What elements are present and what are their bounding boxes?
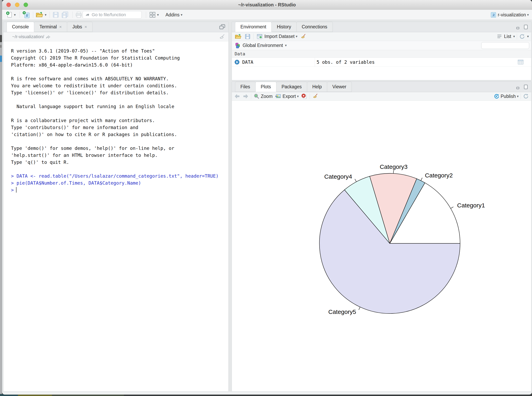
previous-plot-arrow-icon[interactable] xyxy=(234,93,240,99)
tab-connections[interactable]: Connections xyxy=(296,22,333,32)
tab-history[interactable]: History xyxy=(271,22,297,32)
console-output-line: R is a collaborative project with many c… xyxy=(11,117,228,124)
tab-environment[interactable]: Environment xyxy=(235,22,272,32)
tab-files[interactable]: Files xyxy=(235,82,256,92)
maximize-pane-icon[interactable] xyxy=(219,24,226,30)
project-label: r-visualization xyxy=(498,12,526,17)
clear-environment-broom-icon[interactable] xyxy=(300,33,306,40)
environment-object-row[interactable]: DATA 5 obs. of 2 variables xyxy=(232,58,531,67)
addins-menu[interactable]: Addins ▾ xyxy=(165,10,182,20)
console-output-line: Type 'contributors()' for more informati… xyxy=(11,124,228,131)
pie-slice-label: Category5 xyxy=(328,309,356,315)
tab-plots[interactable]: Plots xyxy=(255,82,276,92)
print-button[interactable] xyxy=(75,10,82,20)
save-icon xyxy=(52,12,59,18)
remove-plot-button[interactable] xyxy=(301,93,307,99)
console-pathbar: ~/r-visualization/ xyxy=(3,32,228,41)
zoom-plot-button[interactable]: Zoom xyxy=(254,93,273,99)
publish-plot-button[interactable]: Publish ▾ xyxy=(493,93,519,99)
titlebar: ~/r-visualization - RStudio xyxy=(2,0,532,10)
desktop-sliver-left xyxy=(0,0,2,395)
chevron-down-icon: ▾ xyxy=(181,13,182,17)
environment-scope-row: Global Environment ▾ xyxy=(232,41,531,50)
console-output-line: 'help.start()' for an HTML browser inter… xyxy=(11,152,228,159)
tab-label: Viewer xyxy=(332,84,346,89)
new-file-icon xyxy=(6,11,13,18)
list-view-label[interactable]: List xyxy=(504,34,511,39)
chevron-down-icon: ▾ xyxy=(513,35,515,38)
chevron-down-icon: ▾ xyxy=(517,95,519,98)
environment-search[interactable] xyxy=(481,42,529,49)
view-table-icon[interactable] xyxy=(517,59,524,65)
refresh-icon[interactable] xyxy=(519,34,525,40)
console-output[interactable]: R version 3.6.1 (2019-07-05) -- "Action … xyxy=(3,41,228,391)
tab-jobs[interactable]: Jobs × xyxy=(67,22,92,32)
refresh-plot-icon[interactable] xyxy=(523,93,529,99)
save-button[interactable] xyxy=(52,10,59,20)
plot-canvas: Category1Category2Category3Category4Cate… xyxy=(232,101,531,391)
tab-viewer[interactable]: Viewer xyxy=(327,82,352,92)
maximize-pane-icon[interactable] xyxy=(523,84,528,89)
plots-toolbar: Zoom Export ▾ xyxy=(232,92,531,101)
clear-all-plots-broom-icon[interactable] xyxy=(312,93,318,99)
chevron-down-icon: ▾ xyxy=(45,13,47,17)
console-output-line xyxy=(11,138,228,145)
console-output-line: 'citation()' on how to cite R or R packa… xyxy=(11,131,228,138)
console-output-line: You are welcome to redistribute it under… xyxy=(11,82,228,89)
import-dataset-label: Import Dataset xyxy=(264,34,295,39)
chevron-down-icon: ▾ xyxy=(527,35,529,38)
load-workspace-folder-icon[interactable] xyxy=(235,34,242,40)
list-view-icon xyxy=(497,34,502,39)
pie-label-tick xyxy=(421,178,422,181)
svg-text:R: R xyxy=(26,13,28,17)
pie-slice-label: Category1 xyxy=(457,202,485,209)
pie-label-tick xyxy=(451,207,453,208)
zoom-magnifier-icon xyxy=(254,93,260,99)
open-folder-icon xyxy=(35,12,44,18)
tab-terminal[interactable]: Terminal × xyxy=(34,22,67,32)
console-input-line: > DATA <- read.table("/Users/lsalazar/co… xyxy=(11,173,228,180)
environment-search-input[interactable] xyxy=(484,43,531,48)
plots-tabstrip: Files Plots Packages Help Viewer xyxy=(232,82,531,92)
console-output-line xyxy=(11,166,228,173)
addins-label: Addins xyxy=(165,12,180,17)
close-tab-icon[interactable]: × xyxy=(59,24,62,29)
save-all-button[interactable] xyxy=(61,10,69,20)
console-output-line: Platform: x86_64-apple-darwin15.6.0 (64-… xyxy=(11,62,228,69)
console-output-line xyxy=(11,68,228,75)
new-project-button[interactable]: R xyxy=(22,10,30,20)
import-dataset-icon xyxy=(256,34,263,40)
tab-packages[interactable]: Packages xyxy=(276,82,307,92)
tab-label: Files xyxy=(240,84,250,89)
tab-label: History xyxy=(277,24,291,29)
console-output-line xyxy=(11,110,228,117)
open-file-button[interactable]: ▾ xyxy=(35,10,47,20)
console-output-line: Copyright (C) 2019 The R Foundation for … xyxy=(11,55,228,62)
minimize-pane-icon[interactable] xyxy=(516,24,521,29)
pane-layout-button[interactable]: ▾ xyxy=(149,10,159,20)
main-toolbar: ▾ R ▾ xyxy=(2,10,532,20)
expand-object-play-icon[interactable] xyxy=(234,59,240,65)
close-tab-icon[interactable]: × xyxy=(85,24,87,29)
pie-label-tick xyxy=(359,307,360,310)
global-environment-label[interactable]: Global Environment xyxy=(243,43,283,48)
section-label: Data xyxy=(235,51,245,56)
save-workspace-icon[interactable] xyxy=(245,34,251,40)
next-plot-arrow-icon[interactable] xyxy=(243,93,249,99)
goto-file-search[interactable] xyxy=(82,11,142,19)
export-plot-button[interactable]: Export ▾ xyxy=(275,93,299,99)
tab-label: Help xyxy=(312,84,322,89)
tab-help[interactable]: Help xyxy=(307,82,327,92)
goto-file-input[interactable] xyxy=(92,12,139,17)
clear-console-broom-icon[interactable] xyxy=(219,34,225,40)
minimize-pane-icon[interactable] xyxy=(516,84,521,89)
tab-label: Packages xyxy=(282,84,302,89)
project-menu[interactable]: R r-visualization ▾ xyxy=(490,10,529,20)
pie-label-tick xyxy=(393,170,393,173)
tab-console[interactable]: Console xyxy=(7,22,34,32)
maximize-pane-icon[interactable] xyxy=(523,24,528,29)
goto-directory-arrow-icon[interactable] xyxy=(46,35,51,39)
console-output-line: Type 'demo()' for some demos, 'help()' f… xyxy=(11,145,228,152)
import-dataset-button[interactable]: Import Dataset ▾ xyxy=(256,34,297,40)
new-file-button[interactable]: ▾ xyxy=(6,10,16,20)
